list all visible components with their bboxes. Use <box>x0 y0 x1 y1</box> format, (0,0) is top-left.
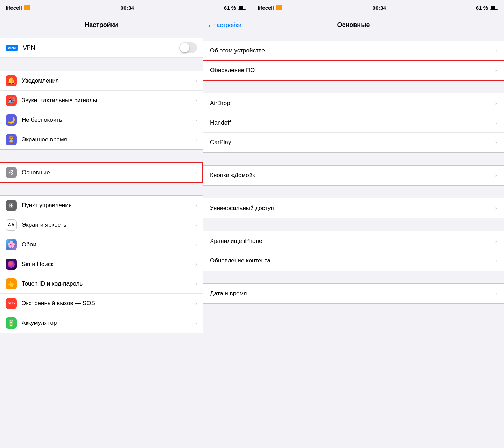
date-time-section: Дата и время › <box>203 284 504 304</box>
vpn-item[interactable]: VPN VPN <box>0 38 203 58</box>
right-nav-title: Основные <box>337 21 370 29</box>
carplay-label: CarPlay <box>210 139 495 146</box>
handoff-chevron: › <box>495 120 497 126</box>
display-chevron: › <box>195 222 197 228</box>
battery-item-chevron: › <box>195 320 197 326</box>
sos-item[interactable]: SOS Экстренный вызов — SOS › <box>0 294 203 313</box>
general-section: ⚙ Основные › <box>0 162 203 183</box>
battery-item[interactable]: 🔋 Аккумулятор › <box>0 313 203 333</box>
back-button[interactable]: ‹ Настройки <box>209 22 241 29</box>
right-status-bar: lifecell 📶 00:34 61 % <box>252 0 504 15</box>
status-bar: lifecell 📶 00:34 61 % lifecell 📶 00:34 6… <box>0 0 504 15</box>
sounds-label: Звуки, тактильные сигналы <box>22 97 192 104</box>
battery-label: Аккумулятор <box>22 320 192 327</box>
software-update-label: Обновление ПО <box>210 67 495 74</box>
time-right: 00:34 <box>373 5 386 11</box>
carplay-item[interactable]: CarPlay › <box>203 133 504 152</box>
battery-fill-left <box>239 6 243 9</box>
right-separator-6 <box>203 271 504 284</box>
airdrop-label: AirDrop <box>210 100 495 107</box>
wallpaper-chevron: › <box>195 241 197 248</box>
accessibility-chevron: › <box>495 205 497 211</box>
storage-chevron: › <box>495 238 497 244</box>
background-refresh-item[interactable]: Обновление контента › <box>203 251 504 271</box>
about-chevron: › <box>495 48 497 54</box>
battery-pct-right: 61 % <box>476 5 488 11</box>
wifi-icon-right: 📶 <box>276 5 283 11</box>
right-list-container: Об этом устройстве › Обновление ПО › Air… <box>203 35 504 448</box>
sounds-icon: 🔊 <box>6 95 17 106</box>
home-button-item[interactable]: Кнопка «Домой» › <box>203 166 504 185</box>
main-content: Настройки VPN VPN 🔔 Уведомления › <box>0 15 504 448</box>
left-nav-bar: Настройки <box>0 15 203 35</box>
about-item[interactable]: Об этом устройстве › <box>203 41 504 61</box>
general-chevron: › <box>195 169 197 176</box>
handoff-label: Handoff <box>210 119 495 126</box>
airdrop-item[interactable]: AirDrop › <box>203 93 504 113</box>
right-separator-5 <box>203 218 504 231</box>
right-nav-bar: ‹ Настройки Основные <box>203 15 504 35</box>
touchid-item[interactable]: 👆 Touch ID и код-пароль › <box>0 274 203 294</box>
accessibility-item[interactable]: Универсальный доступ › <box>203 198 504 218</box>
airdrop-section: AirDrop › Handoff › CarPlay › <box>203 93 504 153</box>
right-status-right: 61 % <box>476 5 498 11</box>
carrier-right: lifecell <box>258 5 274 11</box>
time-left: 00:34 <box>121 5 134 11</box>
touchid-label: Touch ID и код-пароль <box>22 280 192 287</box>
wallpaper-icon: 🌸 <box>6 239 17 250</box>
date-time-label: Дата и время <box>210 290 495 297</box>
sos-chevron: › <box>195 300 197 307</box>
general-label: Основные <box>22 169 192 176</box>
notifications-item[interactable]: 🔔 Уведомления › <box>0 71 203 91</box>
control-center-label: Пункт управления <box>22 202 192 209</box>
sounds-chevron: › <box>195 97 197 104</box>
sos-label: Экстренный вызов — SOS <box>22 300 192 307</box>
storage-item[interactable]: Хранилище iPhone › <box>203 231 504 251</box>
left-nav-title: Настройки <box>85 21 118 29</box>
notifications-section: 🔔 Уведомления › 🔊 Звуки, тактильные сигн… <box>0 71 203 150</box>
right-separator-top <box>203 38 504 41</box>
home-button-label: Кнопка «Домой» <box>210 172 495 179</box>
left-status-bar: lifecell 📶 00:34 61 % <box>0 0 252 15</box>
notifications-icon: 🔔 <box>6 75 17 86</box>
wallpaper-item[interactable]: 🌸 Обои › <box>0 235 203 254</box>
handoff-item[interactable]: Handoff › <box>203 113 504 133</box>
accessibility-label: Универсальный доступ <box>210 205 495 212</box>
vpn-badge: VPN <box>6 45 18 51</box>
battery-icon-right <box>490 6 498 10</box>
display-section: ⊞ Пункт управления › AA Экран и яркость … <box>0 195 203 333</box>
control-center-item[interactable]: ⊞ Пункт управления › <box>0 196 203 215</box>
right-separator-4 <box>203 186 504 198</box>
sounds-item[interactable]: 🔊 Звуки, тактильные сигналы › <box>0 91 203 110</box>
dnd-chevron: › <box>195 117 197 123</box>
control-center-chevron: › <box>195 202 197 209</box>
battery-icon: 🔋 <box>6 317 17 329</box>
date-time-item[interactable]: Дата и время › <box>203 284 504 303</box>
airdrop-chevron: › <box>495 100 497 106</box>
background-refresh-label: Обновление контента <box>210 257 495 264</box>
back-chevron-icon: ‹ <box>209 22 211 29</box>
left-status-left: lifecell 📶 <box>6 5 31 11</box>
about-label: Об этом устройстве <box>210 47 495 54</box>
battery-fill-right <box>491 6 495 9</box>
separator-1 <box>0 58 203 71</box>
right-separator-3 <box>203 153 504 165</box>
left-panel: Настройки VPN VPN 🔔 Уведомления › <box>0 15 203 448</box>
dnd-item[interactable]: 🌙 Не беспокоить › <box>0 110 203 130</box>
left-status-right: 61 % <box>224 5 246 11</box>
touchid-chevron: › <box>195 281 197 287</box>
display-item[interactable]: AA Экран и яркость › <box>0 215 203 235</box>
home-button-section: Кнопка «Домой» › <box>203 165 504 186</box>
software-update-item[interactable]: Обновление ПО › <box>203 61 504 80</box>
general-item[interactable]: ⚙ Основные › <box>0 163 203 182</box>
siri-chevron: › <box>195 261 197 267</box>
screen-time-item[interactable]: ⏳ Экранное время › <box>0 130 203 149</box>
screen-time-label: Экранное время <box>22 136 192 143</box>
carrier-left: lifecell <box>6 5 22 11</box>
siri-item[interactable]: Siri и Поиск › <box>0 254 203 274</box>
accessibility-section: Универсальный доступ › <box>203 198 504 218</box>
vpn-toggle[interactable] <box>179 42 197 53</box>
right-status-left: lifecell 📶 <box>258 5 283 11</box>
separator-2 <box>0 150 203 162</box>
back-label: Настройки <box>212 22 241 29</box>
